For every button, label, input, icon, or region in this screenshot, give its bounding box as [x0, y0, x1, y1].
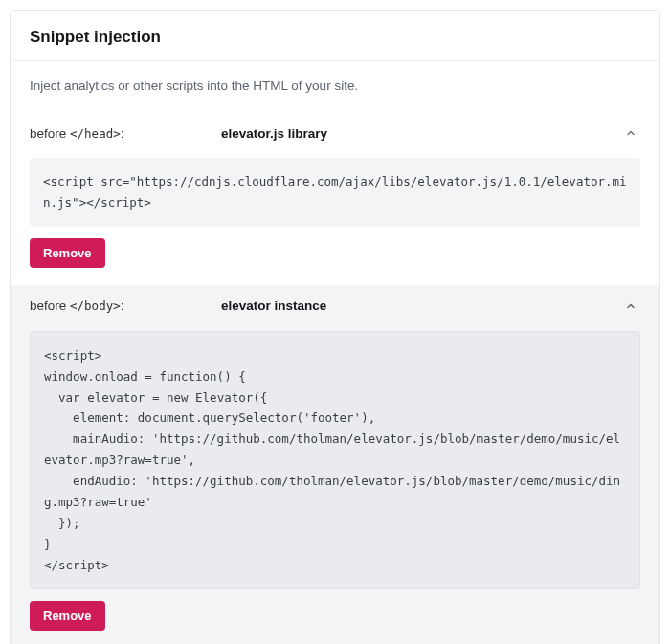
snippet-header-row[interactable]: before </head>: elevator.js library — [30, 122, 640, 148]
location-tag: </head> — [70, 126, 121, 141]
toggle-button[interactable] — [621, 297, 640, 316]
chevron-up-icon — [625, 127, 636, 139]
location-prefix: before — [30, 299, 70, 313]
location-tag: </body> — [70, 299, 121, 313]
card-body: Inject analytics or other scripts into t… — [11, 61, 659, 644]
code-box[interactable]: <script> window.onload = function() { va… — [30, 331, 640, 590]
snippet-header-row[interactable]: before </body>: elevator instance — [30, 295, 640, 322]
location-prefix: before — [30, 126, 70, 141]
card-header: Snippet injection — [11, 11, 659, 61]
toggle-button[interactable] — [621, 123, 640, 143]
snippet-name: elevator instance — [221, 299, 621, 313]
snippet-block: before </body>: elevator instance <scrip… — [11, 285, 659, 644]
location-suffix: : — [121, 126, 124, 141]
snippet-injection-card: Snippet injection Inject analytics or ot… — [10, 10, 660, 644]
location-suffix: : — [121, 299, 124, 313]
snippet-location: before </head>: — [30, 126, 221, 141]
remove-button[interactable]: Remove — [30, 601, 105, 631]
card-title: Snippet injection — [30, 28, 640, 47]
intro-text: Inject analytics or other scripts into t… — [30, 78, 640, 93]
remove-button[interactable]: Remove — [30, 238, 105, 268]
code-box[interactable]: <script src="https://cdnjs.cloudflare.co… — [30, 158, 640, 227]
chevron-up-icon — [625, 300, 636, 312]
snippet-name: elevator.js library — [221, 126, 621, 141]
snippet-location: before </body>: — [30, 299, 221, 313]
snippet-block: before </head>: elevator.js library <scr… — [11, 112, 659, 285]
